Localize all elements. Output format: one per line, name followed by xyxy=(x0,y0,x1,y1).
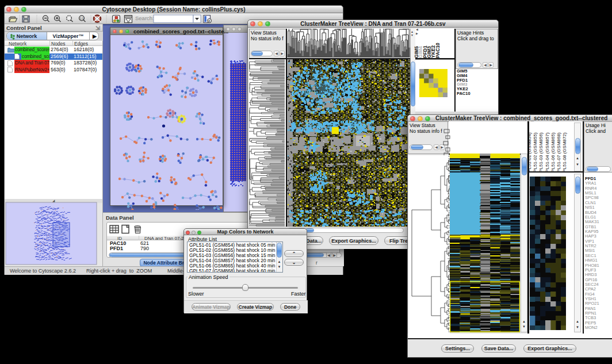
svg-text:a: a xyxy=(208,19,210,22)
svg-text:Search:: Search: xyxy=(135,15,154,21)
